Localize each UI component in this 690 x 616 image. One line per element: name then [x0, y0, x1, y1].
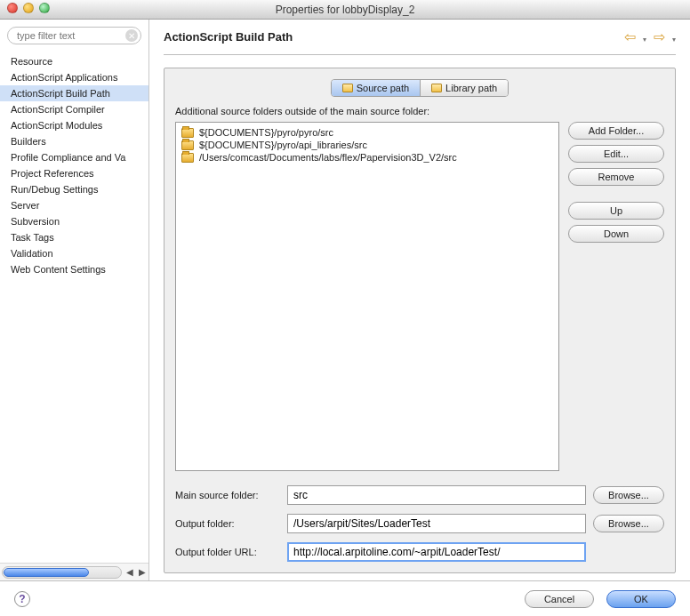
- fields-grid: Main source folder: Browse... Output fol…: [175, 485, 664, 562]
- main-pane: ActionScript Build Path ⇦ ▾ ⇨ ▾ Source p…: [149, 20, 690, 580]
- content-box: Source path Library path Additional sour…: [164, 68, 676, 573]
- scroll-left-icon[interactable]: ◀: [124, 566, 136, 579]
- tabs: Source path Library path: [331, 79, 509, 97]
- tab-library-path[interactable]: Library path: [420, 80, 508, 96]
- scroll-right-icon[interactable]: ▶: [136, 566, 148, 579]
- category-list: ResourceActionScript ApplicationsActionS…: [0, 50, 148, 563]
- category-item[interactable]: Profile Compliance and Va: [0, 149, 148, 165]
- body-area: ✕ ResourceActionScript ApplicationsActio…: [0, 20, 690, 580]
- cancel-button[interactable]: Cancel: [525, 590, 594, 608]
- category-item[interactable]: Project References: [0, 165, 148, 181]
- add-folder-button[interactable]: Add Folder...: [568, 122, 664, 140]
- category-item[interactable]: ActionScript Applications: [0, 69, 148, 85]
- output-url-label: Output folder URL:: [175, 547, 280, 557]
- tab-label: Source path: [357, 83, 409, 93]
- category-item[interactable]: Subversion: [0, 213, 148, 229]
- main-source-browse-button[interactable]: Browse...: [593, 486, 664, 504]
- help-icon[interactable]: ?: [14, 591, 30, 607]
- folder-icon: [181, 128, 194, 138]
- category-item[interactable]: Web Content Settings: [0, 261, 148, 277]
- filter-input[interactable]: [7, 27, 141, 44]
- down-button[interactable]: Down: [568, 225, 664, 243]
- main-source-label: Main source folder:: [175, 490, 280, 500]
- source-folder-item[interactable]: ${DOCUMENTS}/pyro/api_libraries/src: [181, 139, 553, 151]
- titlebar: Properties for lobbyDisplay_2: [0, 0, 690, 20]
- ok-button[interactable]: OK: [606, 590, 676, 608]
- remove-button[interactable]: Remove: [568, 168, 664, 186]
- category-item[interactable]: Validation: [0, 245, 148, 261]
- source-folder-item[interactable]: /Users/comcast/Documents/labs/flex/Paper…: [181, 151, 553, 164]
- source-folder-path: ${DOCUMENTS}/pyro/pyro/src: [199, 127, 333, 138]
- window-controls: [7, 3, 50, 13]
- category-item[interactable]: ActionScript Build Path: [0, 85, 148, 101]
- folder-icon: [431, 84, 442, 92]
- category-item[interactable]: Resource: [0, 53, 148, 69]
- back-menu-icon[interactable]: ▾: [643, 36, 646, 44]
- main-header: ActionScript Build Path ⇦ ▾ ⇨ ▾: [164, 28, 676, 45]
- source-folder-path: ${DOCUMENTS}/pyro/api_libraries/src: [199, 140, 367, 150]
- filter-wrap: ✕: [0, 20, 148, 50]
- forward-menu-icon[interactable]: ▾: [672, 36, 676, 44]
- sidebar: ✕ ResourceActionScript ApplicationsActio…: [0, 20, 149, 580]
- divider: [164, 54, 676, 55]
- minimize-icon[interactable]: [23, 3, 34, 13]
- window-title: Properties for lobbyDisplay_2: [276, 4, 415, 16]
- scrollbar-thumb[interactable]: [4, 568, 89, 577]
- tab-source-path[interactable]: Source path: [332, 80, 420, 96]
- output-folder-browse-button[interactable]: Browse...: [593, 515, 664, 532]
- subtitle: Additional source folders outside of the…: [175, 106, 664, 116]
- edit-button[interactable]: Edit...: [568, 145, 664, 163]
- category-item[interactable]: Server: [0, 197, 148, 213]
- forward-icon[interactable]: ⇨: [654, 28, 665, 45]
- category-item[interactable]: Run/Debug Settings: [0, 181, 148, 197]
- source-area: ${DOCUMENTS}/pyro/pyro/src${DOCUMENTS}/p…: [175, 122, 664, 471]
- back-icon[interactable]: ⇦: [624, 28, 636, 45]
- tab-label: Library path: [445, 83, 497, 93]
- output-url-input[interactable]: [287, 542, 586, 562]
- action-buttons: Cancel OK: [525, 590, 676, 608]
- close-icon[interactable]: [7, 3, 18, 13]
- bottom-bar: ? Cancel OK: [0, 580, 690, 616]
- source-folders-list[interactable]: ${DOCUMENTS}/pyro/pyro/src${DOCUMENTS}/p…: [175, 122, 559, 471]
- folder-icon: [181, 153, 194, 163]
- folder-icon: [342, 84, 353, 92]
- category-item[interactable]: ActionScript Compiler: [0, 101, 148, 117]
- scrollbar-track[interactable]: [2, 566, 122, 579]
- sidebar-hscrollbar[interactable]: ◀ ▶: [0, 563, 148, 580]
- nav-arrows: ⇦ ▾ ⇨ ▾: [624, 28, 676, 45]
- side-button-column: Add Folder... Edit... Remove Up Down: [568, 122, 664, 471]
- folder-icon: [181, 140, 194, 150]
- source-folder-path: /Users/comcast/Documents/labs/flex/Paper…: [199, 152, 457, 163]
- page-title: ActionScript Build Path: [164, 30, 293, 44]
- up-button[interactable]: Up: [568, 202, 664, 220]
- zoom-icon[interactable]: [39, 3, 50, 13]
- category-item[interactable]: Builders: [0, 133, 148, 149]
- clear-icon[interactable]: ✕: [125, 29, 138, 42]
- output-folder-input[interactable]: [287, 514, 586, 533]
- output-folder-label: Output folder:: [175, 518, 280, 529]
- category-item[interactable]: Task Tags: [0, 229, 148, 245]
- main-source-input[interactable]: [287, 485, 586, 505]
- category-item[interactable]: ActionScript Modules: [0, 117, 148, 133]
- tabs-row: Source path Library path: [175, 79, 664, 97]
- source-folder-item[interactable]: ${DOCUMENTS}/pyro/pyro/src: [181, 126, 553, 139]
